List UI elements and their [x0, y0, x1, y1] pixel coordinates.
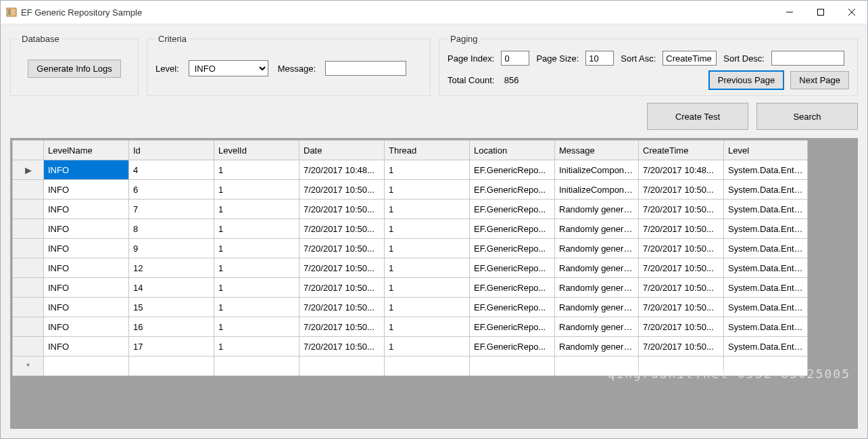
cell-thread[interactable]: 1 — [385, 298, 470, 317]
cell-id[interactable]: 17 — [129, 337, 214, 356]
generate-info-logs-button[interactable]: Generate Info Logs — [28, 60, 120, 78]
empty-cell[interactable] — [724, 356, 808, 376]
cell-level[interactable]: System.Data.Enti... — [724, 298, 808, 317]
cell-thread[interactable]: 1 — [385, 337, 470, 356]
cell-thread[interactable]: 1 — [385, 278, 470, 298]
cell-level[interactable]: System.Data.Enti... — [724, 337, 808, 356]
cell-date[interactable]: 7/20/2017 10:50... — [299, 337, 385, 356]
empty-cell[interactable] — [129, 356, 214, 376]
col-date[interactable]: Date — [299, 141, 385, 160]
row-indicator[interactable] — [13, 337, 44, 356]
cell-createtime[interactable]: 7/20/2017 10:50... — [639, 337, 724, 356]
cell-level[interactable]: System.Data.Enti... — [724, 278, 808, 298]
cell-levelid[interactable]: 1 — [214, 298, 299, 317]
cell-createtime[interactable]: 7/20/2017 10:50... — [639, 258, 724, 278]
cell-levelid[interactable]: 1 — [214, 160, 299, 180]
previous-page-button[interactable]: Previous Page — [709, 71, 784, 89]
cell-message[interactable]: Randomly genera... — [555, 317, 639, 337]
row-indicator[interactable] — [13, 298, 44, 317]
row-header-corner[interactable] — [13, 141, 44, 160]
create-test-button[interactable]: Create Test — [647, 103, 748, 130]
cell-levelid[interactable]: 1 — [214, 278, 299, 298]
cell-location[interactable]: EF.GenericRepo... — [470, 258, 555, 278]
cell-level[interactable]: System.Data.Enti... — [724, 180, 808, 200]
cell-createtime[interactable]: 7/20/2017 10:50... — [639, 180, 724, 200]
cell-createtime[interactable]: 7/20/2017 10:50... — [639, 219, 724, 239]
cell-levelname[interactable]: INFO — [44, 298, 129, 317]
cell-level[interactable]: System.Data.Enti... — [724, 160, 808, 180]
page-index-input[interactable] — [501, 51, 529, 66]
cell-id[interactable]: 9 — [129, 239, 214, 258]
cell-thread[interactable]: 1 — [385, 180, 470, 200]
table-row[interactable]: INFO1217/20/2017 10:50...1EF.GenericRepo… — [13, 258, 808, 278]
cell-message[interactable]: Randomly genera... — [555, 239, 639, 258]
col-levelname[interactable]: LevelName — [44, 141, 129, 160]
col-message[interactable]: Message — [555, 141, 639, 160]
table-row[interactable]: INFO617/20/2017 10:50...1EF.GenericRepo.… — [13, 180, 808, 200]
cell-level[interactable]: System.Data.Enti... — [724, 258, 808, 278]
cell-thread[interactable]: 1 — [385, 317, 470, 337]
cell-date[interactable]: 7/20/2017 10:50... — [299, 219, 385, 239]
cell-levelid[interactable]: 1 — [214, 337, 299, 356]
empty-cell[interactable] — [214, 356, 299, 376]
cell-id[interactable]: 4 — [129, 160, 214, 180]
cell-date[interactable]: 7/20/2017 10:50... — [299, 258, 385, 278]
cell-thread[interactable]: 1 — [385, 219, 470, 239]
cell-createtime[interactable]: 7/20/2017 10:50... — [639, 239, 724, 258]
cell-levelname[interactable]: INFO — [44, 337, 129, 356]
row-indicator[interactable] — [13, 317, 44, 337]
cell-message[interactable]: Randomly genera... — [555, 219, 639, 239]
cell-levelid[interactable]: 1 — [214, 200, 299, 219]
new-row[interactable]: * — [13, 356, 808, 376]
cell-id[interactable]: 12 — [129, 258, 214, 278]
col-id[interactable]: Id — [129, 141, 214, 160]
cell-id[interactable]: 16 — [129, 317, 214, 337]
cell-levelid[interactable]: 1 — [214, 180, 299, 200]
cell-location[interactable]: EF.GenericRepo... — [470, 219, 555, 239]
cell-createtime[interactable]: 7/20/2017 10:50... — [639, 278, 724, 298]
table-row[interactable]: ▶INFO417/20/2017 10:48...1EF.GenericRepo… — [13, 160, 808, 180]
search-button[interactable]: Search — [756, 103, 858, 130]
cell-level[interactable]: System.Data.Enti... — [724, 239, 808, 258]
cell-levelname[interactable]: INFO — [44, 317, 129, 337]
table-row[interactable]: INFO717/20/2017 10:50...1EF.GenericRepo.… — [13, 200, 808, 219]
cell-levelid[interactable]: 1 — [214, 317, 299, 337]
cell-thread[interactable]: 1 — [385, 258, 470, 278]
row-indicator[interactable] — [13, 219, 44, 239]
cell-thread[interactable]: 1 — [385, 200, 470, 219]
cell-message[interactable]: Randomly genera... — [555, 278, 639, 298]
col-createtime[interactable]: CreateTime — [639, 141, 724, 160]
data-grid[interactable]: LevelName Id LevelId Date Thread Locatio… — [10, 138, 858, 429]
cell-message[interactable]: Randomly genera... — [555, 337, 639, 356]
table-row[interactable]: INFO817/20/2017 10:50...1EF.GenericRepo.… — [13, 219, 808, 239]
cell-levelname[interactable]: INFO — [44, 200, 129, 219]
cell-thread[interactable]: 1 — [385, 239, 470, 258]
col-levelid[interactable]: LevelId — [214, 141, 299, 160]
row-indicator[interactable] — [13, 200, 44, 219]
empty-cell[interactable] — [44, 356, 129, 376]
cell-date[interactable]: 7/20/2017 10:50... — [299, 200, 385, 219]
cell-levelname[interactable]: INFO — [44, 180, 129, 200]
sort-asc-input[interactable] — [662, 51, 717, 66]
cell-id[interactable]: 6 — [129, 180, 214, 200]
cell-levelname[interactable]: INFO — [44, 278, 129, 298]
cell-level[interactable]: System.Data.Enti... — [724, 317, 808, 337]
cell-location[interactable]: EF.GenericRepo... — [470, 278, 555, 298]
table-row[interactable]: INFO1617/20/2017 10:50...1EF.GenericRepo… — [13, 317, 808, 337]
cell-message[interactable]: Randomly genera... — [555, 258, 639, 278]
cell-location[interactable]: EF.GenericRepo... — [470, 298, 555, 317]
cell-location[interactable]: EF.GenericRepo... — [470, 160, 555, 180]
cell-id[interactable]: 8 — [129, 219, 214, 239]
cell-levelname[interactable]: INFO — [44, 258, 129, 278]
cell-message[interactable]: Randomly genera... — [555, 200, 639, 219]
table-row[interactable]: INFO1417/20/2017 10:50...1EF.GenericRepo… — [13, 278, 808, 298]
row-indicator[interactable] — [13, 278, 44, 298]
maximize-button[interactable] — [805, 1, 836, 24]
col-location[interactable]: Location — [470, 141, 555, 160]
row-indicator[interactable]: ▶ — [13, 160, 44, 180]
level-select[interactable]: INFO — [189, 60, 268, 76]
new-row-indicator[interactable]: * — [13, 356, 44, 376]
row-indicator[interactable] — [13, 180, 44, 200]
cell-date[interactable]: 7/20/2017 10:50... — [299, 278, 385, 298]
cell-date[interactable]: 7/20/2017 10:48... — [299, 160, 385, 180]
